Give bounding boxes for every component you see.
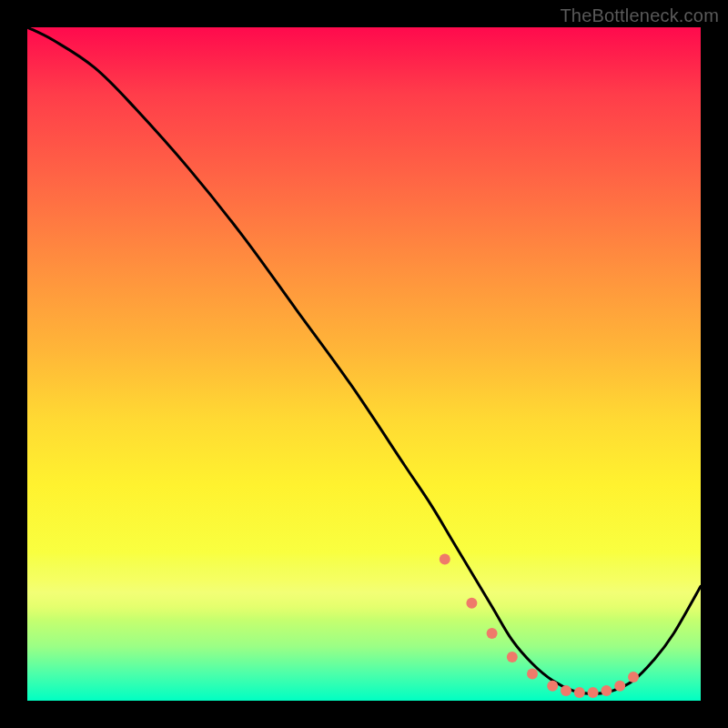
marker-dot [547,681,558,692]
chart-svg [27,27,701,701]
marker-dot [487,628,498,639]
marker-dot [507,652,518,662]
optimal-range-markers [440,554,639,699]
marker-dot [614,681,625,692]
marker-dot [628,672,639,682]
bottleneck-curve-line [27,27,701,694]
chart-frame: TheBottleneck.com [0,0,728,728]
marker-dot [588,687,599,698]
marker-dot [440,554,450,565]
plot-area [27,27,701,701]
marker-dot [561,685,571,696]
marker-dot [527,668,538,679]
marker-dot [466,598,477,609]
marker-dot [601,685,612,696]
marker-dot [574,687,585,698]
watermark-text: TheBottleneck.com [560,5,719,26]
